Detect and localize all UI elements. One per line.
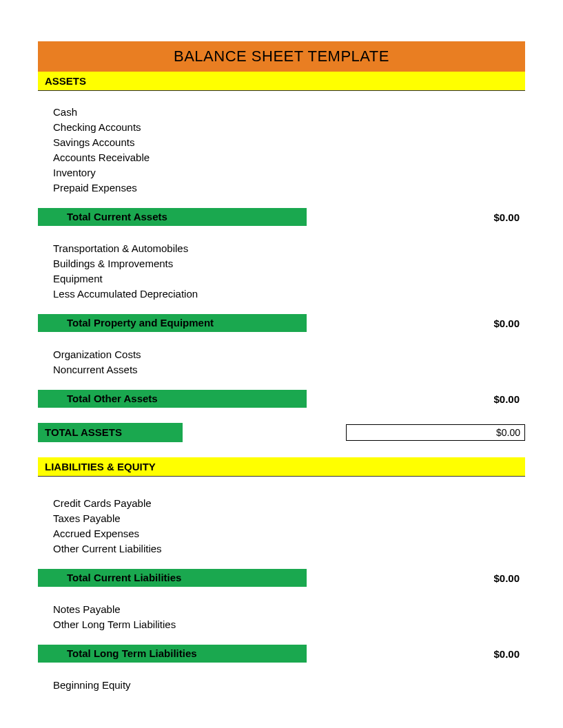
long-term-liabilities-items: Notes Payable Other Long Term Liabilitie… [38, 588, 525, 645]
total-other-assets-row: Total Other Assets $0.00 [38, 390, 525, 408]
line-item: Inventory [53, 165, 525, 180]
line-item: Less Accumulated Depreciation [53, 287, 525, 302]
current-assets-items: Cash Checking Accounts Savings Accounts … [38, 91, 525, 208]
line-item: Organization Costs [53, 347, 525, 362]
line-item: Buildings & Improvements [53, 256, 525, 271]
current-liabilities-items: Credit Cards Payable Taxes Payable Accru… [38, 477, 525, 569]
line-item: Taxes Payable [53, 511, 525, 526]
total-long-term-liabilities-row: Total Long Term Liabilities $0.00 [38, 645, 525, 663]
line-item: Equipment [53, 271, 525, 287]
total-label: Total Current Liabilities [38, 569, 307, 587]
line-item: Other Current Liabilities [53, 541, 525, 557]
section-header-liabilities: LIABILITIES & EQUITY [38, 457, 525, 477]
line-item: Accounts Receivable [53, 150, 525, 165]
line-item: Notes Payable [53, 602, 525, 617]
line-item: Accrued Expenses [53, 526, 525, 541]
line-item: Credit Cards Payable [53, 496, 525, 511]
total-label: Total Other Assets [38, 390, 307, 408]
other-assets-items: Organization Costs Noncurrent Assets [38, 333, 525, 390]
property-equipment-items: Transportation & Automobiles Buildings &… [38, 227, 525, 314]
total-value: $0.00 [307, 648, 525, 660]
line-item: Other Long Term Liabilities [53, 617, 525, 632]
document-title: BALANCE SHEET TEMPLATE [38, 41, 525, 72]
total-assets-row: TOTAL ASSETS $0.00 [38, 423, 525, 442]
line-item: Noncurrent Assets [53, 362, 525, 377]
total-current-liabilities-row: Total Current Liabilities $0.00 [38, 569, 525, 587]
total-label: Total Current Assets [38, 208, 307, 226]
section-header-assets: ASSETS [38, 72, 525, 91]
total-property-equipment-row: Total Property and Equipment $0.00 [38, 314, 525, 332]
line-item: Savings Accounts [53, 135, 525, 150]
line-item: Cash [53, 105, 525, 120]
grand-total-label: TOTAL ASSETS [38, 423, 183, 442]
total-label: Total Long Term Liabilities [38, 645, 307, 663]
line-item: Transportation & Automobiles [53, 241, 525, 256]
line-item: Beginning Equity [53, 678, 525, 693]
total-current-assets-row: Total Current Assets $0.00 [38, 208, 525, 226]
total-value: $0.00 [307, 211, 525, 223]
line-item: Prepaid Expenses [53, 180, 525, 196]
grand-total-value: $0.00 [346, 424, 525, 441]
equity-items: Beginning Equity [38, 664, 525, 705]
total-value: $0.00 [307, 318, 525, 329]
total-label: Total Property and Equipment [38, 314, 307, 332]
line-item: Checking Accounts [53, 120, 525, 135]
total-value: $0.00 [307, 572, 525, 584]
total-value: $0.00 [307, 393, 525, 405]
